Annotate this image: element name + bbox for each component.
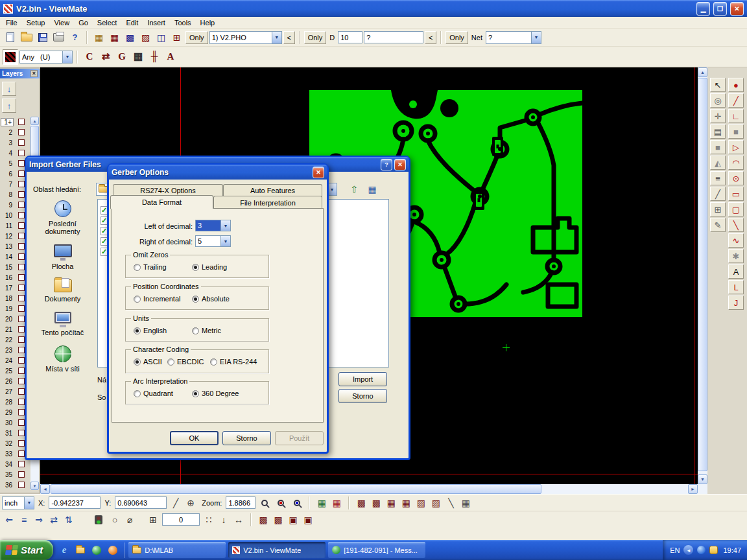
- layer-color-swatch[interactable]: [18, 181, 25, 187]
- layer-color-swatch[interactable]: [18, 430, 25, 436]
- redraw-view-icon[interactable]: ◎: [710, 93, 726, 108]
- scrollbar-thumb[interactable]: [51, 484, 541, 494]
- layer-color-swatch[interactable]: [18, 461, 25, 467]
- insert-hook-icon[interactable]: Ј: [728, 296, 744, 310]
- scrollbar-thumb[interactable]: [698, 78, 707, 471]
- dcode-filter-field[interactable]: ?: [364, 31, 423, 43]
- radio-360-degree[interactable]: 360 Degree: [192, 390, 239, 397]
- online-status-icon[interactable]: [91, 513, 106, 526]
- menu-view[interactable]: View: [49, 18, 74, 28]
- layer-color-swatch[interactable]: [18, 368, 25, 374]
- film-overlay-icon[interactable]: ▤: [710, 124, 726, 139]
- layer-color-swatch[interactable]: [18, 347, 25, 353]
- layer-row-active[interactable]: 1+: [1, 117, 30, 127]
- layer-row[interactable]: 36: [1, 480, 30, 490]
- tab-auto-features[interactable]: Auto Features: [223, 184, 322, 196]
- layer-color-swatch[interactable]: [18, 202, 25, 208]
- help-button[interactable]: ?: [381, 159, 392, 170]
- trace-select-icon[interactable]: ▦: [107, 30, 122, 45]
- insert-arc-icon[interactable]: ◠: [728, 156, 744, 170]
- layer-color-swatch[interactable]: [18, 129, 25, 135]
- layer-color-swatch[interactable]: [18, 305, 25, 312]
- media-player-icon[interactable]: [91, 544, 102, 556]
- dot-grid-icon[interactable]: ∷: [202, 513, 216, 526]
- layer-color-swatch[interactable]: [18, 191, 25, 198]
- pattern-cross-icon[interactable]: ▦: [399, 496, 413, 509]
- language-indicator[interactable]: EN: [670, 546, 680, 554]
- move-layer-up-button[interactable]: ↑: [2, 99, 16, 113]
- dcode-table-icon[interactable]: ▦: [314, 496, 329, 509]
- place-network[interactable]: Místa v síti: [31, 345, 94, 373]
- update-tray-icon[interactable]: [709, 546, 718, 554]
- scroll-up-icon[interactable]: ▲: [30, 117, 39, 125]
- aperture-pattern-2-icon[interactable]: ▩: [271, 513, 285, 526]
- scroll-down-icon[interactable]: ▼: [698, 474, 707, 484]
- zoom-in-icon[interactable]: [274, 496, 288, 509]
- layer-color-swatch[interactable]: [18, 409, 25, 415]
- aperture-h-icon[interactable]: ╫: [147, 49, 162, 65]
- close-button[interactable]: ✕: [313, 167, 324, 178]
- place-documents[interactable]: Dokumenty: [31, 279, 94, 303]
- dcode-query-icon[interactable]: ▨: [138, 30, 153, 45]
- radio-leading[interactable]: Leading: [192, 263, 227, 271]
- tab-file-interpretation[interactable]: File Interpretation: [213, 196, 322, 209]
- pattern-dots-icon[interactable]: ▨: [414, 496, 428, 509]
- vertical-scrollbar[interactable]: ▲ ▼: [698, 67, 707, 484]
- views-button[interactable]: ▦: [365, 182, 379, 196]
- y-coordinate-field[interactable]: 0.690643: [115, 496, 167, 509]
- layer-stack-icon[interactable]: ≡: [710, 171, 726, 185]
- layer-color-swatch[interactable]: [18, 378, 25, 384]
- anchor-icon[interactable]: ↓: [217, 513, 231, 526]
- radio-metric[interactable]: Metric: [192, 327, 221, 334]
- grid-size-field[interactable]: 0: [162, 513, 200, 526]
- zoom-field[interactable]: 1.8866: [226, 496, 255, 509]
- import-button[interactable]: Import: [338, 372, 387, 386]
- layer-list-icon[interactable]: ≡: [17, 513, 31, 526]
- menu-edit[interactable]: Edit: [121, 18, 143, 28]
- messenger-tray-icon[interactable]: [697, 546, 706, 554]
- measure-icon[interactable]: ╱: [169, 496, 183, 509]
- aperture-grid-icon[interactable]: ▦: [130, 49, 146, 65]
- insert-polygon-icon[interactable]: ▷: [728, 140, 744, 154]
- layer-color-swatch[interactable]: [18, 150, 25, 156]
- radio-quadrant[interactable]: Quadrant: [134, 390, 173, 397]
- aperture-swap-icon[interactable]: ⇄: [98, 49, 113, 65]
- start-button[interactable]: Start: [0, 540, 53, 560]
- close-button[interactable]: ✕: [394, 159, 406, 170]
- dcode-highlight-icon[interactable]: ▦: [91, 30, 106, 45]
- aperture-g-icon[interactable]: G: [114, 49, 130, 65]
- aperture-dot-2-icon[interactable]: ▣: [301, 513, 315, 526]
- insert-filled-rect-icon[interactable]: ■: [728, 124, 744, 139]
- place-my-computer[interactable]: Tento počítač: [31, 312, 94, 336]
- layer-color-swatch[interactable]: [18, 139, 25, 146]
- zoom-tool-icon[interactable]: [257, 496, 272, 509]
- tab-data-format[interactable]: Data Format: [110, 195, 213, 209]
- origin-icon[interactable]: ⊕: [184, 496, 198, 509]
- netlist-table-icon[interactable]: ▦: [329, 496, 344, 509]
- pan-view-icon[interactable]: ✛: [710, 109, 726, 123]
- only-dcode-toggle[interactable]: Only: [304, 31, 327, 44]
- menu-setup[interactable]: Setup: [22, 18, 50, 28]
- move-layer-down-button[interactable]: ↓: [2, 82, 16, 96]
- insert-trace-icon[interactable]: ╱: [728, 93, 744, 108]
- layer-color-swatch[interactable]: [18, 160, 25, 167]
- insert-polyline-icon[interactable]: ∿: [728, 233, 744, 248]
- diagonal-mode-icon[interactable]: ╲: [444, 496, 458, 509]
- aperture-dot-1-icon[interactable]: ▣: [286, 513, 300, 526]
- save-button[interactable]: [35, 30, 50, 45]
- context-help-button[interactable]: ?: [67, 30, 82, 45]
- layers-panel-header[interactable]: Layers ×: [0, 69, 40, 78]
- firefox-icon[interactable]: [107, 544, 119, 556]
- chevron-down-icon[interactable]: ▼: [220, 236, 230, 246]
- radio-ebcdic[interactable]: EBCDIC: [167, 358, 204, 366]
- layer-color-swatch[interactable]: [18, 170, 25, 177]
- chevron-down-icon[interactable]: ▼: [272, 32, 281, 43]
- layer-color-swatch[interactable]: [18, 243, 25, 250]
- layer-color-swatch[interactable]: [18, 388, 25, 395]
- pattern-hatch-icon[interactable]: ▦: [384, 496, 398, 509]
- insert-spoke-icon[interactable]: ✱: [728, 249, 744, 263]
- pattern-lines-icon[interactable]: ▩: [369, 496, 383, 509]
- menu-insert[interactable]: Insert: [143, 18, 170, 28]
- swap-layers-icon[interactable]: ⇄: [47, 513, 61, 526]
- restore-button[interactable]: ❐: [713, 2, 727, 16]
